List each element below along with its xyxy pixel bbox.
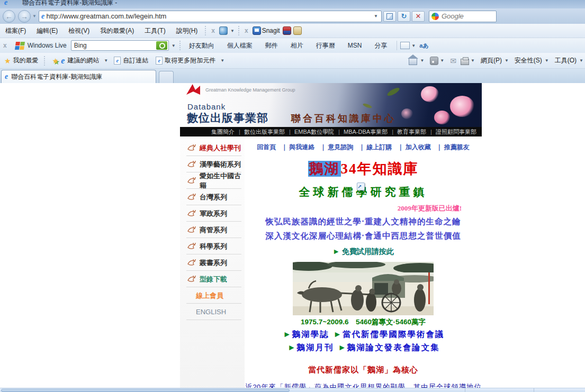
accelerator-icon[interactable]: ↗: [357, 183, 365, 190]
menu-help[interactable]: 說明(H): [171, 26, 203, 35]
tools-menu-button[interactable]: 工具(O): [551, 56, 578, 65]
corp-link-education[interactable]: 教育事業部: [390, 128, 428, 136]
page-menu-button[interactable]: 網頁(P): [476, 56, 503, 65]
menu-file[interactable]: 檔案(F): [0, 26, 31, 35]
live-link-calendar[interactable]: 行事曆: [310, 41, 341, 50]
update-note: 2009年更新版已出爐!: [245, 204, 482, 213]
sidebar-item-business[interactable]: 商管系列: [180, 222, 245, 238]
stop-button[interactable]: ✕: [412, 11, 425, 22]
sidebar-item-sinology-art[interactable]: 漢學藝術系列: [180, 156, 245, 172]
bird-icon: [187, 226, 197, 233]
print-icon[interactable]: [461, 59, 469, 65]
sidebar-item-taiwan[interactable]: 台灣系列: [180, 189, 245, 205]
sidebar-item-ancient-books[interactable]: 愛如生中國古籍: [180, 172, 245, 189]
compatibility-view-button[interactable]: [383, 11, 396, 22]
suggested-sites-button[interactable]: 建議的網站: [65, 56, 102, 65]
favorites-button[interactable]: 我的最愛: [13, 56, 42, 65]
corp-link-about[interactable]: 集團簡介: [209, 128, 237, 136]
rss-dropdown-icon[interactable]: ▼: [438, 58, 446, 63]
live-link-photos[interactable]: 相片: [284, 41, 310, 50]
banner-group-name: Greatman Knowledge Management Group: [205, 87, 295, 93]
link-contact[interactable]: 與我連絡: [279, 143, 316, 151]
play-icon: ►: [337, 343, 347, 352]
home-dropdown-icon[interactable]: ▼: [418, 58, 426, 63]
sidebar-item-military[interactable]: 軍政系列: [180, 205, 245, 222]
get-addons-dropdown-icon[interactable]: ▼: [219, 58, 226, 63]
sidebar-item-online-member[interactable]: 線上會員: [180, 287, 245, 304]
close-adobe-toolbar-button[interactable]: x: [208, 27, 218, 34]
link-paper-collection[interactable]: 鵝湖論文發表會論文集: [347, 343, 440, 352]
bing-search-input[interactable]: [74, 42, 156, 49]
live-link-mail[interactable]: 郵件: [259, 41, 284, 50]
bird-icon: [187, 144, 197, 151]
live-form-icon[interactable]: [400, 42, 410, 49]
new-tab-button[interactable]: [159, 71, 174, 83]
get-addons-button[interactable]: 取得更多附加元件: [165, 56, 219, 65]
safety-menu-button[interactable]: 安全性(S): [510, 56, 543, 65]
banner-flower-decor: [421, 86, 439, 102]
link-legein-journal[interactable]: 鵝湖學誌: [292, 330, 329, 339]
add-favorite-icon[interactable]: ★: [47, 57, 61, 65]
snagit-capture-icon[interactable]: [283, 26, 291, 35]
bing-search-box[interactable]: [71, 40, 169, 51]
snagit-label: Snagit: [262, 27, 280, 34]
back-button[interactable]: ←: [3, 10, 15, 23]
live-link-msn[interactable]: MSN: [341, 42, 368, 49]
corp-link-mba-dba[interactable]: MBA-DBA事業部: [336, 128, 390, 136]
live-link-share[interactable]: 分享: [368, 41, 393, 50]
history-dropdown-icon[interactable]: ▼: [32, 14, 37, 19]
horizontal-scrollbar[interactable]: [0, 388, 585, 392]
favorites-star-icon[interactable]: ★: [0, 57, 13, 65]
free-trial-link[interactable]: ► 免費試用請按此: [245, 247, 482, 257]
bing-dropdown-icon[interactable]: ▼: [170, 43, 177, 48]
url-input[interactable]: [46, 12, 372, 20]
sidebar-item-catalog-download[interactable]: 型錄下載: [180, 271, 245, 287]
close-snagit-toolbar-button[interactable]: x: [241, 27, 251, 34]
adobe-pdf-icon[interactable]: [219, 26, 228, 35]
forward-button[interactable]: →: [18, 10, 31, 23]
print-dropdown-icon[interactable]: ▼: [469, 58, 476, 63]
live-form-dropdown-icon[interactable]: ▼: [410, 43, 417, 48]
tab-legein[interactable]: e 聯合百科電子資料庫-鵝湖知識庫: [1, 70, 156, 83]
menu-favorites[interactable]: 我的最愛(A): [95, 26, 139, 35]
google-search-input[interactable]: [442, 12, 494, 20]
main-content: 回首頁 與我連絡 意見諮詢 線上訂購 加入收藏 推薦親友 鵝湖34年知識庫 全球…: [245, 136, 482, 388]
rss-feed-icon[interactable]: [430, 57, 438, 65]
sidebar-item-science[interactable]: 科學系列: [180, 238, 245, 254]
link-legein-monthly[interactable]: 鵝湖月刊: [297, 343, 334, 352]
snagit-window-icon[interactable]: [253, 26, 261, 35]
link-home[interactable]: 回首頁: [256, 143, 277, 151]
sidebar-item-classic-journals[interactable]: 經典人社學刊: [180, 140, 245, 156]
close-live-toolbar-button[interactable]: x: [0, 42, 10, 49]
scrollbar-thumb[interactable]: [1, 389, 290, 392]
sidebar-item-series[interactable]: 叢書系列: [180, 254, 245, 271]
adobe-dropdown-icon[interactable]: ▼: [229, 29, 236, 33]
snagit-profile-icon[interactable]: [293, 26, 302, 35]
menu-edit[interactable]: 編輯(E): [31, 26, 63, 35]
read-mail-icon[interactable]: ✉: [450, 57, 456, 65]
site-banner: Greatman Knowledge Management Group Data…: [180, 83, 482, 127]
url-dropdown-icon[interactable]: ▼: [372, 14, 380, 19]
live-link-friends[interactable]: 好友動向: [183, 41, 221, 50]
corp-link-digital-publishing[interactable]: 數位出版事業部: [237, 128, 287, 136]
link-online-order[interactable]: 線上訂購: [356, 143, 393, 151]
menu-view[interactable]: 檢視(V): [63, 26, 95, 35]
bing-search-button[interactable]: [156, 41, 167, 50]
resource-links-row-1: ►鵝湖學誌 ►當代新儒學國際學術會議: [245, 329, 482, 340]
corp-link-certification[interactable]: 證照顧問事業部: [428, 128, 479, 136]
menu-tools[interactable]: 工具(T): [139, 26, 170, 35]
custom-links-button[interactable]: 自訂連結: [123, 56, 151, 65]
home-icon[interactable]: [409, 58, 417, 65]
link-feedback[interactable]: 意見諮詢: [318, 143, 355, 151]
address-bar[interactable]: e ▼: [39, 11, 382, 22]
translate-icon[interactable]: aあ: [417, 42, 430, 50]
link-recommend[interactable]: 推薦親友: [434, 143, 471, 151]
google-search-box[interactable]: [429, 11, 497, 22]
sidebar-item-english[interactable]: ENGLISH: [180, 304, 245, 320]
refresh-button[interactable]: ↻: [398, 11, 410, 22]
link-add-favorite[interactable]: 加入收藏: [395, 143, 432, 151]
suggested-sites-dropdown-icon[interactable]: ▼: [102, 58, 110, 63]
link-confucian-conference[interactable]: 當代新儒學國際學術會議: [343, 330, 445, 339]
live-link-profile[interactable]: 個人檔案: [221, 41, 259, 50]
corp-link-emba[interactable]: EMBA數位學院: [287, 128, 336, 136]
